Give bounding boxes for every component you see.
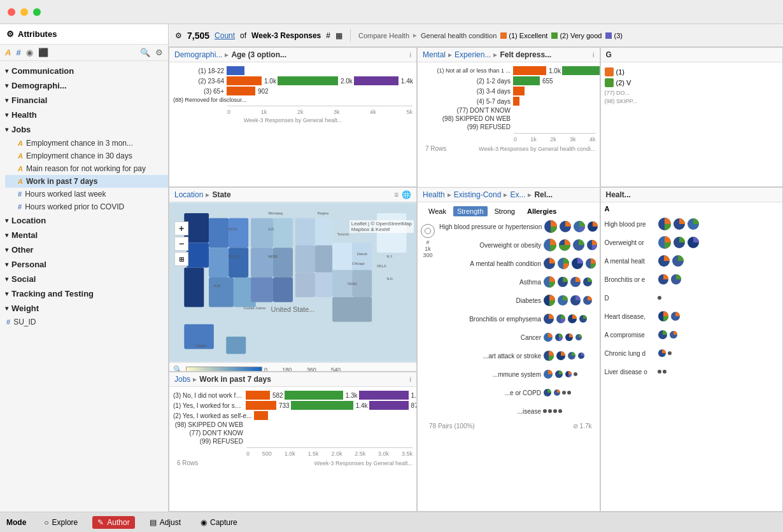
sidebar-group-personal[interactable]: Personal: [0, 257, 168, 272]
sidebar-group-financial[interactable]: Financial: [0, 93, 168, 108]
adjust-button[interactable]: ▤ Adjust: [145, 516, 186, 529]
svg-rect-27: [377, 213, 407, 253]
svg-rect-2: [187, 243, 209, 268]
count-link[interactable]: Count: [215, 31, 235, 40]
scale-0: 0: [264, 367, 267, 372]
dot-br-2: [556, 314, 566, 324]
filter-tag-icon[interactable]: ⬛: [38, 48, 48, 57]
svg-text:N.M.: N.M.: [214, 284, 222, 288]
table-icon[interactable]: ▦: [335, 31, 342, 40]
mental-breadcrumb[interactable]: Mental: [423, 50, 446, 59]
maximize-button[interactable]: [33, 8, 41, 16]
existing-breadcrumb[interactable]: Existing-Cond: [454, 190, 502, 199]
globe-icon[interactable]: 🌐: [402, 190, 411, 199]
author-button[interactable]: ✎ Author: [92, 516, 134, 529]
zoom-out-button[interactable]: −: [174, 237, 188, 251]
sidebar-item-work-past-7days[interactable]: A Work in past 7 days: [5, 175, 168, 188]
dot-ow-3: [572, 239, 585, 251]
sidebar-group-tracking[interactable]: Tracking and Testing: [0, 286, 168, 301]
sidebar-group-location[interactable]: Location: [0, 213, 168, 228]
right-dot-bp-3: [687, 218, 700, 230]
dots-liver: [543, 409, 562, 413]
icon-hash-1: #: [18, 190, 22, 198]
weak-tab[interactable]: Weak: [425, 206, 450, 216]
hash-icon[interactable]: #: [326, 31, 330, 40]
svg-rect-16: [295, 218, 315, 246]
val-582: 582: [272, 392, 283, 399]
zoom-fit-button[interactable]: ⊞: [174, 252, 188, 266]
right-top-title: G: [606, 50, 612, 59]
sidebar-item-suid[interactable]: # SU_ID: [0, 316, 168, 328]
sidebar-item-hours-prior-covid[interactable]: # Hours worked prior to COVID: [5, 200, 168, 213]
sidebar-group-health[interactable]: Health: [0, 108, 168, 122]
sidebar-group-weight[interactable]: Weight: [0, 301, 168, 316]
icon-hash-suid: #: [6, 318, 10, 326]
sidebar-item-main-reason[interactable]: A Main reason for not working for pay: [5, 162, 168, 175]
top-bar: ⚙ 7,505 Count of Week-3 Responses # ▦ Co…: [169, 24, 783, 47]
sidebar-header: ⚙ Attributes: [0, 24, 168, 45]
bar-yes-purple: [369, 401, 409, 410]
sidebar-group-mental[interactable]: Mental: [0, 228, 168, 242]
settings-icon[interactable]: ⚙: [155, 48, 163, 57]
strength-tabs: Weak Strength Strong Allergies: [421, 205, 596, 218]
experience-breadcrumb[interactable]: Experien...: [455, 50, 491, 59]
row-label-immune: ...mmune system: [439, 371, 541, 378]
icon-hash-2: #: [18, 203, 22, 211]
dot-db-4: [582, 295, 593, 305]
label-refused-jobs: (99) REFUSED: [173, 438, 243, 445]
bar-row-18-22: (1) 18-22: [173, 66, 413, 75]
jobs-breadcrumb[interactable]: Jobs: [174, 375, 190, 384]
gear-icon-top[interactable]: ⚙: [175, 31, 182, 40]
info-icon-demo[interactable]: i: [410, 51, 411, 59]
sidebar-group-jobs[interactable]: Jobs: [0, 122, 168, 137]
location-breadcrumb[interactable]: Location: [174, 190, 203, 199]
zoom-in-button[interactable]: +: [174, 221, 188, 235]
demographics-breadcrumb[interactable]: Demographi...: [174, 50, 222, 59]
minimize-button[interactable]: [20, 8, 28, 16]
title-bar: [0, 0, 783, 24]
bar-65-orange: [227, 87, 255, 95]
sidebar-item-hours-worked[interactable]: # Hours worked last week: [5, 188, 168, 200]
dots-bronchitis: [543, 313, 588, 325]
sidebar-item-employment-30days[interactable]: A Employment chance in 30 days: [5, 150, 168, 162]
age-title: Age (3 option...: [231, 50, 286, 59]
strong-tab[interactable]: Strong: [491, 206, 519, 216]
communication-label: Communication: [11, 66, 74, 76]
dot-ca-3: [565, 333, 574, 342]
health-breadcrumb[interactable]: Health: [423, 190, 445, 199]
search-icon[interactable]: 🔍: [140, 48, 150, 57]
mental-label: Mental: [11, 230, 38, 240]
dot-bp-1: [544, 220, 558, 234]
dot-ha-3: [567, 351, 576, 360]
ex-breadcrumb[interactable]: Ex...: [510, 190, 525, 199]
info-icon-jobs[interactable]: i: [410, 375, 411, 383]
list-icon[interactable]: ≡: [394, 190, 399, 199]
dots-immune: [543, 369, 577, 379]
sidebar-item-employment-3mon[interactable]: A Employment chance in 3 mon...: [5, 137, 168, 150]
suid-label: SU_ID: [13, 318, 36, 326]
sidebar-group-social[interactable]: Social: [0, 272, 168, 286]
close-button[interactable]: [8, 8, 15, 16]
info-icon-mental[interactable]: i: [593, 51, 594, 59]
row-label-bronchitis: Bronchitis or emphysema: [439, 316, 541, 323]
bar-self-orange: [254, 411, 268, 420]
sidebar-group-demographics[interactable]: Demographi...: [0, 78, 168, 93]
mental-panel-header: Mental ▸ Experien... ▸ Felt depress... i: [418, 48, 600, 62]
right-dots-cl: [658, 349, 672, 358]
right-top-header: G: [601, 48, 783, 62]
sidebar-group-communication[interactable]: Communication: [0, 64, 168, 78]
filter-hash-icon[interactable]: #: [16, 48, 20, 57]
right-top-panel: G (1) (2) V: [600, 47, 784, 187]
map-container[interactable]: United State... Calgary Regina Winnipeg …: [169, 202, 416, 362]
matrix-row-mental: A mental health condition: [439, 255, 598, 272]
icon-a-3: A: [18, 165, 23, 172]
strength-tab[interactable]: Strength: [453, 206, 488, 216]
filter-a-icon[interactable]: A: [5, 48, 11, 57]
filter-location-icon[interactable]: ◉: [26, 48, 33, 57]
bars-not-at-all: 1.0k 1.9k 1.2k: [513, 66, 600, 75]
explore-button[interactable]: ○ Explore: [39, 516, 83, 529]
sidebar-group-other[interactable]: Other: [0, 242, 168, 257]
hm-arrow-2: ▸: [504, 190, 507, 199]
map-search-box[interactable]: 🔍: [173, 365, 182, 372]
capture-button[interactable]: ◉ Capture: [195, 516, 243, 529]
